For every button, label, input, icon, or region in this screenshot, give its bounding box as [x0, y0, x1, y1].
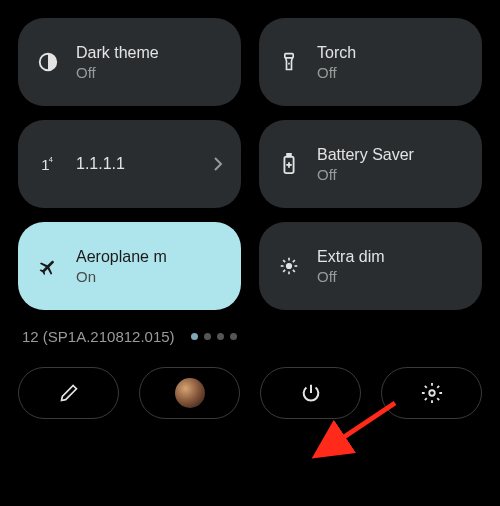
tile-label: Battery Saver [317, 146, 464, 164]
edit-button[interactable] [18, 367, 119, 419]
tile-aeroplane[interactable]: Aeroplane m On [18, 222, 241, 310]
battery-icon [277, 152, 301, 176]
svg-rect-6 [287, 154, 291, 157]
pencil-icon [59, 383, 79, 403]
page-dot [217, 333, 224, 340]
page-dot [230, 333, 237, 340]
airplane-icon [36, 254, 60, 278]
tile-label: 1.1.1.1 [76, 155, 205, 173]
avatar [175, 378, 205, 408]
power-button[interactable] [260, 367, 361, 419]
tile-dns[interactable]: 14 1.1.1.1 [18, 120, 241, 208]
svg-point-9 [287, 264, 292, 269]
tile-label: Aeroplane m [76, 248, 223, 266]
svg-line-17 [293, 260, 295, 262]
power-icon [300, 382, 322, 404]
settings-button[interactable] [381, 367, 482, 419]
tile-status: On [76, 268, 223, 285]
bottom-bar [18, 367, 482, 419]
torch-icon [277, 50, 301, 74]
tile-status: Off [317, 268, 464, 285]
svg-line-14 [283, 260, 285, 262]
tile-label: Torch [317, 44, 464, 62]
gear-icon [421, 382, 443, 404]
svg-point-18 [429, 390, 435, 396]
svg-text:4: 4 [49, 155, 53, 164]
tile-status: Off [317, 64, 464, 81]
build-text: 12 (SP1A.210812.015) [22, 328, 175, 345]
svg-line-15 [293, 270, 295, 272]
tile-label: Dark theme [76, 44, 223, 62]
tile-status: Off [317, 166, 464, 183]
tile-label: Extra dim [317, 248, 464, 266]
tile-extra-dim[interactable]: Extra dim Off [259, 222, 482, 310]
quick-settings-grid: Dark theme Off Torch Off 14 1.1.1.1 Batt… [18, 18, 482, 310]
page-dot [204, 333, 211, 340]
svg-line-16 [283, 270, 285, 272]
page-indicator[interactable] [191, 333, 237, 340]
contrast-icon [36, 50, 60, 74]
user-button[interactable] [139, 367, 240, 419]
signal-icon: 14 [36, 152, 60, 176]
tile-status: Off [76, 64, 223, 81]
page-dot [191, 333, 198, 340]
tile-battery-saver[interactable]: Battery Saver Off [259, 120, 482, 208]
svg-rect-1 [285, 54, 293, 58]
status-row: 12 (SP1A.210812.015) [18, 328, 482, 345]
tile-torch[interactable]: Torch Off [259, 18, 482, 106]
dim-icon [277, 254, 301, 278]
chevron-right-icon [213, 156, 223, 172]
tile-dark-theme[interactable]: Dark theme Off [18, 18, 241, 106]
